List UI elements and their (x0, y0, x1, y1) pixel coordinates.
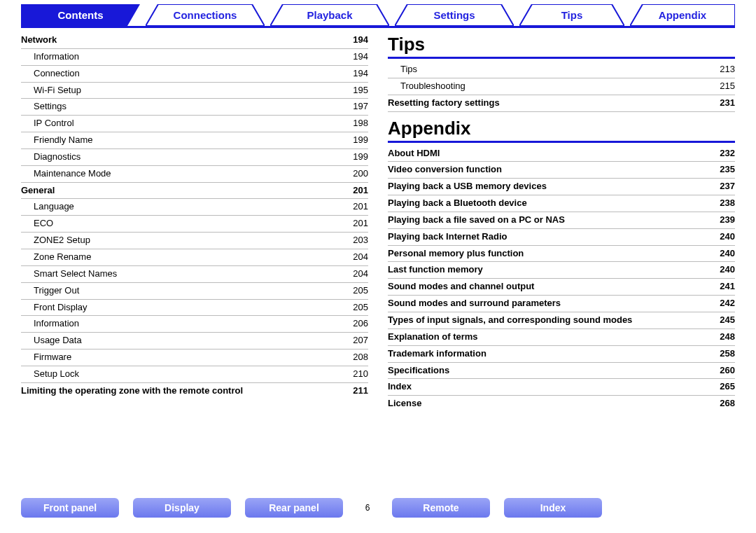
section-heading-appendix: Appendix (388, 118, 735, 139)
toc-row-limiting[interactable]: Limiting the operating zone with the rem… (21, 383, 368, 399)
toc-row[interactable]: Front Display205 (21, 300, 368, 317)
toc-row[interactable]: Personal memory plus function240 (388, 246, 735, 263)
toc-row[interactable]: Types of input signals, and correspondin… (388, 312, 735, 329)
toc-row[interactable]: Information206 (21, 316, 368, 333)
tab-settings[interactable]: Settings (395, 4, 514, 26)
toc-row[interactable]: Diagnostics199 (21, 149, 368, 166)
toc-row-general[interactable]: General201 (21, 183, 368, 200)
toc-row[interactable]: Playing back a file saved on a PC or NAS… (388, 212, 735, 229)
toc-row[interactable]: Smart Select Names204 (21, 266, 368, 283)
left-column: Network194 Information194 Connection194 … (21, 32, 368, 412)
bottom-nav: Front panel Display Rear panel 6 Remote … (21, 498, 735, 518)
toc-row[interactable]: Index265 (388, 379, 735, 396)
nav-rear-panel-button[interactable]: Rear panel (245, 498, 343, 518)
tab-connections[interactable]: Connections (146, 4, 265, 26)
nav-display-button[interactable]: Display (133, 498, 231, 518)
divider (388, 141, 735, 143)
tab-contents[interactable]: Contents (21, 4, 140, 26)
toc-row[interactable]: Troubleshooting215 (388, 78, 735, 95)
toc-row[interactable]: Firmware208 (21, 349, 368, 366)
toc-row[interactable]: Playing back Internet Radio240 (388, 229, 735, 246)
nav-index-button[interactable]: Index (504, 498, 602, 518)
nav-front-panel-button[interactable]: Front panel (21, 498, 119, 518)
toc-row[interactable]: About HDMI232 (388, 146, 735, 162)
toc-row[interactable]: Zone Rename204 (21, 249, 368, 266)
toc-row[interactable]: Playing back a Bluetooth device238 (388, 195, 735, 212)
toc-row[interactable]: Maintenance Mode200 (21, 166, 368, 183)
toc-row[interactable]: Video conversion function235 (388, 162, 735, 179)
toc-row[interactable]: Playing back a USB memory devices237 (388, 179, 735, 195)
toc-row[interactable]: Setup Lock210 (21, 366, 368, 383)
toc-row-network[interactable]: Network194 (21, 32, 368, 49)
page-number: 6 (357, 503, 378, 513)
toc-row[interactable]: Information194 (21, 49, 368, 66)
toc-row[interactable]: License268 (388, 396, 735, 412)
toc-row[interactable]: Friendly Name199 (21, 132, 368, 149)
toc-row[interactable]: ECO201 (21, 216, 368, 233)
section-heading-tips: Tips (388, 34, 735, 55)
toc-row[interactable]: Specifications260 (388, 363, 735, 380)
toc-row[interactable]: Explanation of terms248 (388, 329, 735, 346)
tab-appendix[interactable]: Appendix (630, 4, 735, 26)
toc-row[interactable]: Sound modes and channel output241 (388, 279, 735, 296)
toc-row[interactable]: Sound modes and surround parameters242 (388, 296, 735, 312)
toc-row[interactable]: IP Control198 (21, 116, 368, 132)
toc-row[interactable]: Wi-Fi Setup195 (21, 83, 368, 99)
toc-row[interactable]: Trademark information258 (388, 346, 735, 363)
divider (388, 57, 735, 59)
toc-row[interactable]: Trigger Out205 (21, 283, 368, 300)
toc-row[interactable]: ZONE2 Setup203 (21, 233, 368, 249)
toc-row[interactable]: Settings197 (21, 99, 368, 116)
toc-row[interactable]: Connection194 (21, 66, 368, 83)
toc-row[interactable]: Last function memory240 (388, 262, 735, 279)
tab-playback[interactable]: Playback (270, 4, 389, 26)
nav-remote-button[interactable]: Remote (392, 498, 490, 518)
right-column: Tips Tips213 Troubleshooting215 Resettin… (388, 32, 735, 412)
tab-tips[interactable]: Tips (519, 4, 624, 26)
toc-row[interactable]: Tips213 (388, 62, 735, 78)
toc-row-resetting[interactable]: Resetting factory settings231 (388, 95, 735, 112)
top-nav: Contents Connections Playback Settings T… (21, 4, 735, 28)
toc-row[interactable]: Language201 (21, 199, 368, 216)
toc-row[interactable]: Usage Data207 (21, 333, 368, 349)
content-area: Network194 Information194 Connection194 … (0, 28, 756, 412)
